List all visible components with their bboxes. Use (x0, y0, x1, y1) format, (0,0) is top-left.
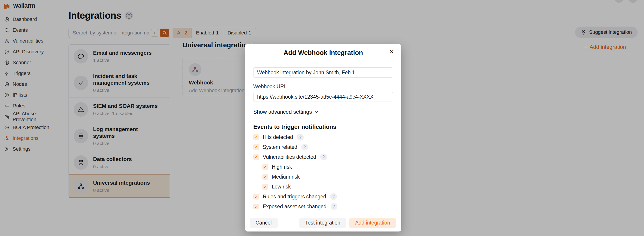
help-icon[interactable]: ? (320, 154, 327, 160)
help-icon[interactable]: ? (301, 144, 308, 150)
event-rules-and-triggers-changed: ✓ Rules and triggers changed ? (253, 193, 393, 200)
event-high-risk: ✓ High risk (262, 163, 393, 171)
event-vulnerabilities-detected: ✓ Vulnerabilities detected ? (253, 153, 393, 161)
event-low-risk: ✓ Low risk (262, 183, 393, 190)
app-root: wallarm Dashboard Events Vulnerabilities… (0, 0, 644, 236)
events-heading: Events to trigger notifications (253, 123, 393, 130)
event-list: ✓ Hits detected ? ✓ System related ? ✓ V… (253, 134, 393, 210)
event-exposed-asset-set-changed: ✓ Exposed asset set changed ? (253, 203, 393, 210)
event-system-related: ✓ System related ? (253, 143, 393, 151)
add-integration-button[interactable]: Add integration (349, 218, 396, 228)
cancel-button[interactable]: Cancel (250, 218, 278, 228)
chevron-down-icon (314, 110, 318, 114)
add-webhook-modal: Add Webhook integration ✕ Webhook URL Sh… (245, 44, 401, 232)
help-icon[interactable]: ? (297, 134, 304, 141)
checkbox-checked[interactable]: ✓ (262, 184, 268, 190)
checkbox-checked[interactable]: ✓ (253, 194, 259, 200)
help-icon[interactable]: ? (330, 193, 337, 200)
checkbox-checked[interactable]: ✓ (253, 154, 259, 160)
checkbox-checked[interactable]: ✓ (253, 134, 259, 140)
checkbox-checked[interactable]: ✓ (253, 144, 259, 150)
integration-name-input[interactable] (253, 67, 393, 78)
checkbox-checked[interactable]: ✓ (262, 164, 268, 170)
checkbox-checked[interactable]: ✓ (253, 204, 259, 210)
checkbox-checked[interactable]: ✓ (262, 174, 268, 180)
modal-title: Add Webhook integration (245, 49, 401, 56)
close-icon[interactable]: ✕ (388, 48, 396, 56)
webhook-url-input[interactable] (253, 92, 393, 102)
show-advanced-settings-toggle[interactable]: Show advanced settings (253, 106, 393, 118)
test-integration-button[interactable]: Test integration (299, 218, 346, 228)
modal-footer: Cancel Test integration Add integration (245, 214, 401, 232)
help-icon[interactable]: ? (330, 203, 337, 210)
event-medium-risk: ✓ Medium risk (262, 173, 393, 180)
webhook-url-label: Webhook URL (253, 84, 393, 90)
event-hits-detected: ✓ Hits detected ? (253, 134, 393, 141)
